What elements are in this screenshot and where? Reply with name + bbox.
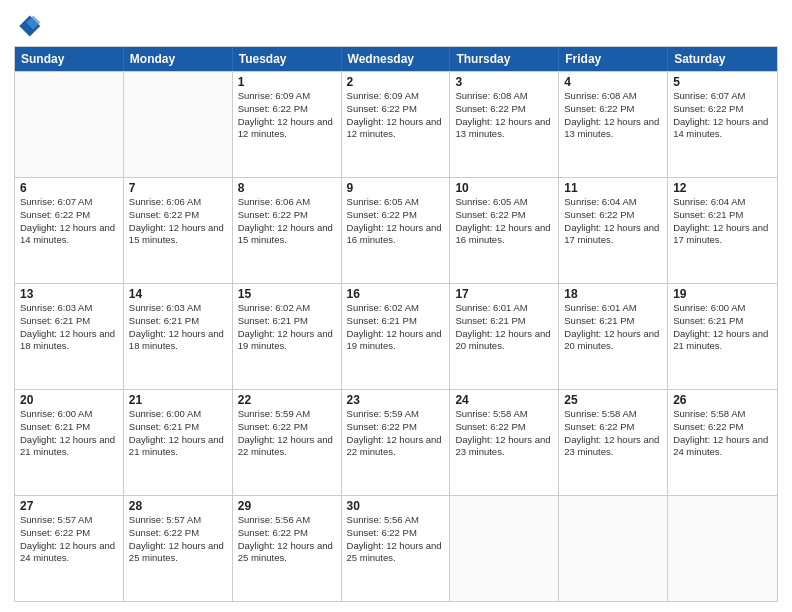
day-number: 2 (347, 75, 445, 89)
calendar-cell: 3Sunrise: 6:08 AM Sunset: 6:22 PM Daylig… (450, 72, 559, 177)
calendar-cell: 1Sunrise: 6:09 AM Sunset: 6:22 PM Daylig… (233, 72, 342, 177)
day-number: 23 (347, 393, 445, 407)
day-number: 28 (129, 499, 227, 513)
logo-icon (14, 12, 42, 40)
day-info: Sunrise: 6:00 AM Sunset: 6:21 PM Dayligh… (673, 302, 772, 353)
day-info: Sunrise: 6:06 AM Sunset: 6:22 PM Dayligh… (238, 196, 336, 247)
day-number: 25 (564, 393, 662, 407)
calendar-cell: 19Sunrise: 6:00 AM Sunset: 6:21 PM Dayli… (668, 284, 777, 389)
day-info: Sunrise: 6:01 AM Sunset: 6:21 PM Dayligh… (455, 302, 553, 353)
calendar-header-row: SundayMondayTuesdayWednesdayThursdayFrid… (15, 47, 777, 71)
day-info: Sunrise: 6:08 AM Sunset: 6:22 PM Dayligh… (455, 90, 553, 141)
calendar-cell: 6Sunrise: 6:07 AM Sunset: 6:22 PM Daylig… (15, 178, 124, 283)
day-info: Sunrise: 6:02 AM Sunset: 6:21 PM Dayligh… (238, 302, 336, 353)
day-info: Sunrise: 6:04 AM Sunset: 6:22 PM Dayligh… (564, 196, 662, 247)
calendar-header-cell: Thursday (450, 47, 559, 71)
day-info: Sunrise: 6:03 AM Sunset: 6:21 PM Dayligh… (20, 302, 118, 353)
calendar-cell: 11Sunrise: 6:04 AM Sunset: 6:22 PM Dayli… (559, 178, 668, 283)
day-number: 1 (238, 75, 336, 89)
day-info: Sunrise: 5:58 AM Sunset: 6:22 PM Dayligh… (455, 408, 553, 459)
calendar-cell: 17Sunrise: 6:01 AM Sunset: 6:21 PM Dayli… (450, 284, 559, 389)
day-number: 21 (129, 393, 227, 407)
calendar-header-cell: Wednesday (342, 47, 451, 71)
calendar-cell: 27Sunrise: 5:57 AM Sunset: 6:22 PM Dayli… (15, 496, 124, 601)
day-number: 3 (455, 75, 553, 89)
calendar-cell: 2Sunrise: 6:09 AM Sunset: 6:22 PM Daylig… (342, 72, 451, 177)
calendar-header-cell: Sunday (15, 47, 124, 71)
day-info: Sunrise: 6:01 AM Sunset: 6:21 PM Dayligh… (564, 302, 662, 353)
day-info: Sunrise: 6:05 AM Sunset: 6:22 PM Dayligh… (455, 196, 553, 247)
day-info: Sunrise: 6:07 AM Sunset: 6:22 PM Dayligh… (673, 90, 772, 141)
day-info: Sunrise: 5:59 AM Sunset: 6:22 PM Dayligh… (238, 408, 336, 459)
day-number: 20 (20, 393, 118, 407)
day-number: 17 (455, 287, 553, 301)
day-info: Sunrise: 6:00 AM Sunset: 6:21 PM Dayligh… (20, 408, 118, 459)
calendar-header-cell: Monday (124, 47, 233, 71)
day-number: 5 (673, 75, 772, 89)
day-info: Sunrise: 6:06 AM Sunset: 6:22 PM Dayligh… (129, 196, 227, 247)
day-number: 14 (129, 287, 227, 301)
calendar-cell: 12Sunrise: 6:04 AM Sunset: 6:21 PM Dayli… (668, 178, 777, 283)
calendar-cell (559, 496, 668, 601)
calendar-body: 1Sunrise: 6:09 AM Sunset: 6:22 PM Daylig… (15, 71, 777, 601)
day-info: Sunrise: 5:56 AM Sunset: 6:22 PM Dayligh… (238, 514, 336, 565)
day-number: 4 (564, 75, 662, 89)
day-number: 24 (455, 393, 553, 407)
calendar-row: 20Sunrise: 6:00 AM Sunset: 6:21 PM Dayli… (15, 389, 777, 495)
calendar-cell: 16Sunrise: 6:02 AM Sunset: 6:21 PM Dayli… (342, 284, 451, 389)
day-info: Sunrise: 6:04 AM Sunset: 6:21 PM Dayligh… (673, 196, 772, 247)
calendar-cell: 30Sunrise: 5:56 AM Sunset: 6:22 PM Dayli… (342, 496, 451, 601)
day-number: 26 (673, 393, 772, 407)
day-info: Sunrise: 6:08 AM Sunset: 6:22 PM Dayligh… (564, 90, 662, 141)
calendar-cell (124, 72, 233, 177)
day-info: Sunrise: 5:57 AM Sunset: 6:22 PM Dayligh… (129, 514, 227, 565)
calendar-cell: 4Sunrise: 6:08 AM Sunset: 6:22 PM Daylig… (559, 72, 668, 177)
day-number: 9 (347, 181, 445, 195)
day-info: Sunrise: 6:03 AM Sunset: 6:21 PM Dayligh… (129, 302, 227, 353)
day-number: 6 (20, 181, 118, 195)
calendar-cell: 24Sunrise: 5:58 AM Sunset: 6:22 PM Dayli… (450, 390, 559, 495)
day-info: Sunrise: 6:05 AM Sunset: 6:22 PM Dayligh… (347, 196, 445, 247)
day-number: 8 (238, 181, 336, 195)
calendar-header-cell: Friday (559, 47, 668, 71)
day-info: Sunrise: 5:58 AM Sunset: 6:22 PM Dayligh… (673, 408, 772, 459)
page: SundayMondayTuesdayWednesdayThursdayFrid… (0, 0, 792, 612)
day-number: 11 (564, 181, 662, 195)
day-info: Sunrise: 6:02 AM Sunset: 6:21 PM Dayligh… (347, 302, 445, 353)
calendar-row: 27Sunrise: 5:57 AM Sunset: 6:22 PM Dayli… (15, 495, 777, 601)
calendar-cell: 26Sunrise: 5:58 AM Sunset: 6:22 PM Dayli… (668, 390, 777, 495)
calendar: SundayMondayTuesdayWednesdayThursdayFrid… (14, 46, 778, 602)
header (14, 12, 778, 40)
calendar-cell: 7Sunrise: 6:06 AM Sunset: 6:22 PM Daylig… (124, 178, 233, 283)
calendar-cell: 5Sunrise: 6:07 AM Sunset: 6:22 PM Daylig… (668, 72, 777, 177)
calendar-cell: 28Sunrise: 5:57 AM Sunset: 6:22 PM Dayli… (124, 496, 233, 601)
day-number: 19 (673, 287, 772, 301)
calendar-cell: 29Sunrise: 5:56 AM Sunset: 6:22 PM Dayli… (233, 496, 342, 601)
calendar-cell: 20Sunrise: 6:00 AM Sunset: 6:21 PM Dayli… (15, 390, 124, 495)
calendar-cell: 10Sunrise: 6:05 AM Sunset: 6:22 PM Dayli… (450, 178, 559, 283)
calendar-cell: 18Sunrise: 6:01 AM Sunset: 6:21 PM Dayli… (559, 284, 668, 389)
calendar-header-cell: Saturday (668, 47, 777, 71)
calendar-cell: 8Sunrise: 6:06 AM Sunset: 6:22 PM Daylig… (233, 178, 342, 283)
day-info: Sunrise: 5:56 AM Sunset: 6:22 PM Dayligh… (347, 514, 445, 565)
day-info: Sunrise: 6:09 AM Sunset: 6:22 PM Dayligh… (347, 90, 445, 141)
calendar-cell: 23Sunrise: 5:59 AM Sunset: 6:22 PM Dayli… (342, 390, 451, 495)
day-number: 22 (238, 393, 336, 407)
day-number: 30 (347, 499, 445, 513)
day-number: 13 (20, 287, 118, 301)
day-number: 18 (564, 287, 662, 301)
day-number: 10 (455, 181, 553, 195)
calendar-cell: 13Sunrise: 6:03 AM Sunset: 6:21 PM Dayli… (15, 284, 124, 389)
day-info: Sunrise: 5:57 AM Sunset: 6:22 PM Dayligh… (20, 514, 118, 565)
day-number: 27 (20, 499, 118, 513)
calendar-cell (450, 496, 559, 601)
calendar-cell: 22Sunrise: 5:59 AM Sunset: 6:22 PM Dayli… (233, 390, 342, 495)
calendar-row: 6Sunrise: 6:07 AM Sunset: 6:22 PM Daylig… (15, 177, 777, 283)
day-number: 12 (673, 181, 772, 195)
day-number: 16 (347, 287, 445, 301)
calendar-cell: 25Sunrise: 5:58 AM Sunset: 6:22 PM Dayli… (559, 390, 668, 495)
day-number: 29 (238, 499, 336, 513)
calendar-cell: 21Sunrise: 6:00 AM Sunset: 6:21 PM Dayli… (124, 390, 233, 495)
day-info: Sunrise: 5:59 AM Sunset: 6:22 PM Dayligh… (347, 408, 445, 459)
logo (14, 12, 46, 40)
